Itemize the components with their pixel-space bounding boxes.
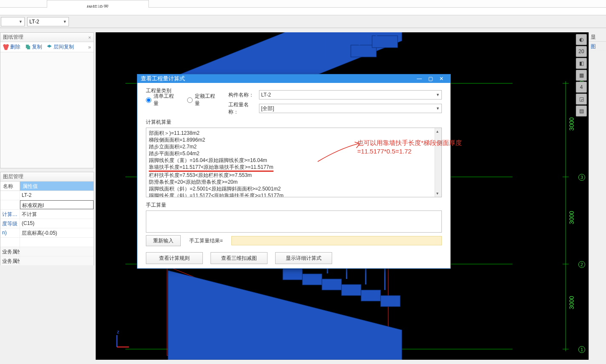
- manual-calc-label: 手工算量: [146, 202, 442, 209]
- grid-marker: 2: [578, 261, 585, 268]
- reenter-button[interactable]: 重新输入: [146, 235, 181, 246]
- selector-1[interactable]: ▼: [1, 17, 25, 26]
- property-value[interactable]: 不计算: [20, 210, 94, 219]
- scrollbar[interactable]: [435, 128, 441, 197]
- quantity-formula-dialog: 查看工程量计算式 — ▢ ✕ 工程量类别 清单工程量 定额工程量 构件名称： L…: [137, 74, 451, 269]
- view-tool-sel[interactable]: ◲: [576, 94, 587, 105]
- property-header-value[interactable]: 属性值: [20, 182, 94, 191]
- dimension-label: 3000: [568, 211, 575, 224]
- view-tool-orbit[interactable]: ◐: [576, 34, 587, 45]
- property-value[interactable]: [20, 256, 94, 265]
- dialog-titlebar[interactable]: 查看工程量计算式 — ▢ ✕: [137, 74, 450, 83]
- property-value[interactable]: 标准双跑I: [20, 200, 94, 209]
- svg-rect-19: [361, 290, 381, 301]
- quantity-name-label: 工程量名称：: [228, 101, 256, 116]
- property-row[interactable]: 业务属性: [0, 247, 94, 256]
- manual-result-field[interactable]: [231, 236, 442, 245]
- radio-norm-quantity[interactable]: 定额工程量: [187, 93, 216, 107]
- property-row[interactable]: 计算…不计算: [0, 210, 94, 219]
- property-name: 度等级: [0, 219, 20, 228]
- svg-rect-15: [283, 269, 302, 280]
- property-value[interactable]: (C15): [20, 219, 94, 228]
- layer-copy-button[interactable]: 层间复制: [46, 43, 74, 51]
- radio-list-quantity-input[interactable]: [146, 97, 151, 103]
- chevron-down-icon: ▼: [19, 20, 23, 24]
- delete-button[interactable]: 删除: [3, 43, 20, 51]
- property-value[interactable]: [20, 247, 94, 256]
- dialog-body: 工程量类别 清单工程量 定额工程量 构件名称： LT-2 ▼ 工程量名称：: [137, 83, 450, 268]
- drawings-toolbar: 删除 复制 层间复制 »: [0, 42, 94, 52]
- property-header: 名称 属性值: [0, 182, 94, 191]
- component-name-select[interactable]: LT-2 ▼: [259, 90, 442, 100]
- ribbon-background: [0, 8, 606, 15]
- property-value[interactable]: LT-2: [20, 191, 94, 200]
- drawings-panel: 图纸管理 × 删除 复制 层间复制 »: [0, 32, 94, 168]
- manual-calc-box[interactable]: [146, 210, 442, 233]
- layers-panel-title-text: 图层管理: [3, 173, 23, 180]
- drawings-panel-title: 图纸管理 ×: [0, 33, 94, 42]
- view-calc-rules-button[interactable]: 查看计算规则: [146, 252, 203, 264]
- copy-button[interactable]: 复制: [25, 43, 42, 51]
- calc-line: 防滑条长度=20<原始防滑条长度>=20m: [149, 179, 439, 185]
- radio-list-quantity[interactable]: 清单工程量: [146, 93, 174, 107]
- view-3d-deduction-button[interactable]: 查看三维扣减图: [211, 252, 267, 264]
- maximize-button[interactable]: ▢: [425, 74, 436, 83]
- calc-line: 踢脚线长度（斜）=11.5177<原始靠墙扶手长度>=11.5177m: [149, 192, 439, 197]
- chevron-down-icon: ▼: [63, 20, 67, 24]
- calc-line: 踏步立面面积=2.7m2: [149, 143, 439, 150]
- chevron-right-icon[interactable]: »: [88, 44, 91, 50]
- view-tool-4[interactable]: 4: [576, 82, 587, 93]
- calc-line: 踢脚线长度（直）=16.04<原始踢脚线长度>=16.04m: [149, 157, 439, 164]
- property-row[interactable]: [0, 238, 94, 247]
- layers-panel: 图层管理 名称 属性值 LT-2标准双跑I计算…不计算度等级(C15)n)层底标…: [0, 172, 94, 265]
- layer-icon: [46, 44, 52, 50]
- selector-2[interactable]: LT-2 ▼: [27, 17, 69, 26]
- property-row[interactable]: 度等级(C15): [0, 219, 94, 228]
- view-tool-zoom[interactable]: 20: [576, 46, 587, 57]
- property-row[interactable]: 业务属性: [0, 256, 94, 266]
- svg-rect-16: [302, 274, 322, 285]
- svg-text:z: z: [117, 329, 119, 334]
- right-panel-title: 显: [589, 32, 606, 42]
- calc-line: 踏步平面面积=5.04m2: [149, 150, 439, 157]
- calc-line: 梯段侧面面积=1.8996m2: [149, 136, 439, 143]
- selector-2-value: LT-2: [29, 19, 39, 25]
- calc-line: 栏杆扶手长度=7.553<原始栏杆长度>=7.553m: [149, 172, 439, 179]
- property-value[interactable]: 层底标高(-0.05): [20, 228, 94, 237]
- property-name: 业务属性: [0, 256, 20, 265]
- manual-result-label: 手工算量结果=: [189, 237, 223, 245]
- chevron-down-icon: ▼: [436, 106, 440, 111]
- view-tool-iso[interactable]: ◧: [576, 58, 587, 69]
- dimension-label: 3000: [568, 296, 575, 309]
- quantity-name-select[interactable]: [全部] ▼: [259, 104, 442, 113]
- calc-line: 部面积＞)=11.1238m2: [149, 130, 439, 136]
- show-detail-formula-button[interactable]: 显示详细计算式: [275, 252, 332, 264]
- view-tool-grid[interactable]: ▤: [576, 105, 587, 117]
- delete-icon: [3, 44, 9, 50]
- property-row[interactable]: LT-2: [0, 191, 94, 200]
- right-docked-panel: 显 图: [589, 32, 606, 360]
- property-name: [0, 200, 20, 209]
- right-panel-item[interactable]: 图: [589, 42, 606, 51]
- close-button[interactable]: ✕: [436, 74, 447, 83]
- svg-rect-20: [381, 296, 400, 307]
- calc-line: 踢脚线面积（斜）=2.5001<原始踢脚斜面面积>=2.5001m2: [149, 185, 439, 192]
- minimize-button[interactable]: —: [414, 74, 425, 83]
- radio-norm-quantity-input[interactable]: [187, 97, 193, 103]
- property-row[interactable]: n)层底标高(-0.05): [0, 228, 94, 238]
- layers-panel-title: 图层管理: [0, 172, 94, 182]
- property-name: n): [0, 228, 20, 237]
- svg-marker-12: [168, 270, 402, 360]
- property-value[interactable]: [20, 238, 94, 247]
- property-header-name[interactable]: 名称: [0, 182, 20, 191]
- dialog-title: 查看工程量计算式: [141, 75, 185, 82]
- chevron-down-icon: ▼: [436, 93, 440, 97]
- close-icon[interactable]: ×: [88, 35, 91, 40]
- computer-calc-box[interactable]: 部面积＞)=11.1238m2梯段侧面面积=1.8996m2踏步立面面积=2.7…: [146, 128, 442, 197]
- svg-rect-17: [322, 279, 341, 290]
- grid-marker: 1: [578, 346, 585, 353]
- component-name-label: 构件名称：: [228, 91, 256, 99]
- property-row[interactable]: 标准双跑I: [0, 200, 94, 210]
- view-tool-top[interactable]: ▦: [576, 70, 587, 81]
- copy-icon: [25, 44, 31, 50]
